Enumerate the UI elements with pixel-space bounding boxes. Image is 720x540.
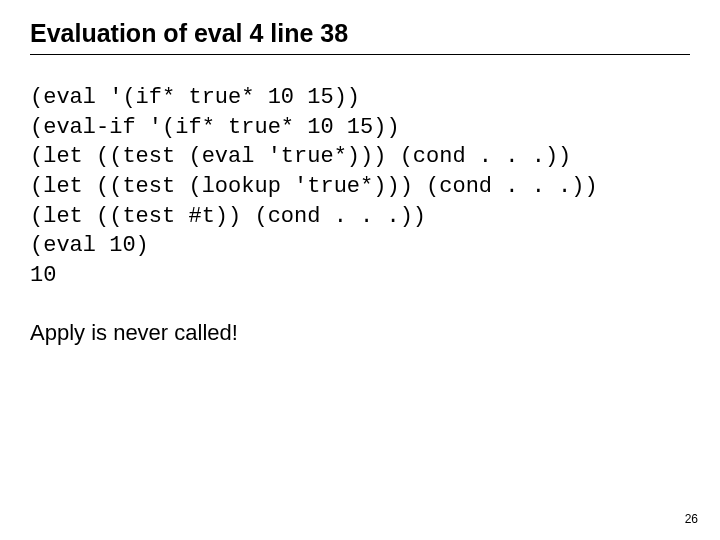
note-text: Apply is never called! (30, 319, 690, 348)
code-line: 10 (30, 263, 56, 288)
code-line: (eval '(if* true* 10 15)) (30, 85, 360, 110)
slide: Evaluation of eval 4 line 38 (eval '(if*… (0, 0, 720, 540)
code-line: (let ((test #t)) (cond . . .)) (30, 204, 426, 229)
slide-title: Evaluation of eval 4 line 38 (30, 18, 690, 48)
code-line: (eval 10) (30, 233, 149, 258)
code-line: (let ((test (eval 'true*))) (cond . . .)… (30, 144, 571, 169)
code-line: (eval-if '(if* true* 10 15)) (30, 115, 400, 140)
title-underline (30, 54, 690, 55)
code-line: (let ((test (lookup 'true*))) (cond . . … (30, 174, 598, 199)
page-number: 26 (685, 512, 698, 526)
code-block: (eval '(if* true* 10 15)) (eval-if '(if*… (30, 83, 690, 291)
